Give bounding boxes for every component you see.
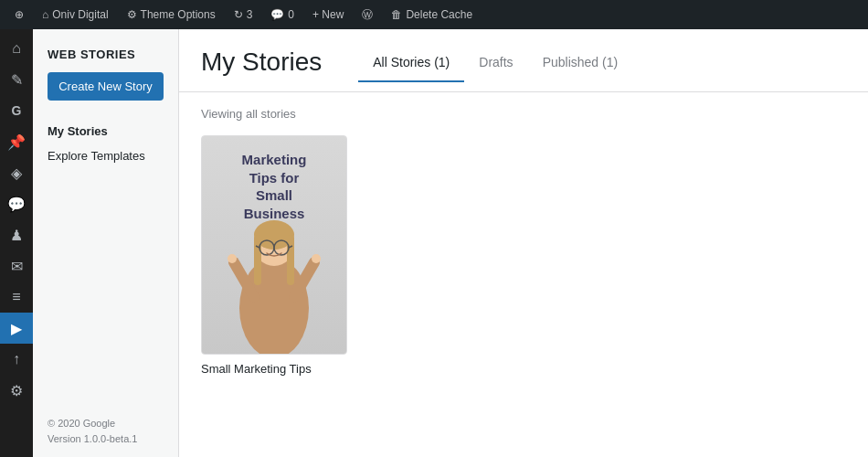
page-title: My Stories — [201, 48, 322, 91]
svg-point-13 — [312, 254, 321, 263]
sidebar-item-my-stories[interactable]: My Stories — [33, 119, 178, 143]
sidebar-icon-upload[interactable]: ↑ — [0, 344, 33, 375]
updates-icon: ↻ — [234, 8, 243, 21]
home-icon: ⌂ — [42, 8, 48, 21]
icon-sidebar: ⌂ ✎ G 📌 ◈ 💬 ♟ ✉ ≡ ▶ ↑ ⚙ — [0, 29, 33, 457]
mail-icon: ✉ — [11, 258, 23, 275]
admin-bar-wp[interactable]: ⊕ — [7, 0, 31, 29]
main-content: My Stories All Stories (1) Drafts Publis… — [179, 29, 868, 457]
admin-bar-new[interactable]: + New — [305, 0, 351, 29]
posts-icon: ✎ — [11, 71, 23, 89]
svg-rect-3 — [254, 235, 261, 285]
dashboard-icon: ⌂ — [12, 40, 21, 57]
svg-point-11 — [228, 254, 237, 263]
sidebar-icon-mail[interactable]: ✉ — [0, 250, 33, 282]
media-icon: ◈ — [11, 165, 22, 182]
sidebar-icon-dashboard[interactable]: ⌂ — [0, 33, 33, 64]
admin-bar-wp2[interactable]: Ⓦ — [355, 0, 380, 29]
footer-version: Version 1.0.0-beta.1 — [48, 431, 164, 447]
main-layout: ⌂ ✎ G 📌 ◈ 💬 ♟ ✉ ≡ ▶ ↑ ⚙ WEB STORIES Crea… — [0, 29, 868, 457]
tab-all-stories[interactable]: All Stories (1) — [358, 48, 464, 82]
puzzle-icon: ♟ — [10, 227, 23, 244]
story-card[interactable]: Marketing Tips for Small Business — [201, 135, 347, 376]
tab-published[interactable]: Published (1) — [528, 48, 633, 82]
story-thumbnail-inner: Marketing Tips for Small Business — [202, 136, 346, 354]
extra-icon: ⚙ — [10, 382, 23, 399]
story-thumbnail: Marketing Tips for Small Business — [201, 135, 347, 355]
admin-bar-comments[interactable]: 💬 0 — [263, 0, 302, 29]
sidebar-icon-g[interactable]: G — [0, 95, 33, 126]
viewing-text: Viewing all stories — [201, 107, 846, 121]
svg-point-0 — [239, 258, 309, 354]
footer-copyright: © 2020 Google — [48, 416, 164, 431]
card-heading-line3: Small — [213, 186, 335, 205]
stories-icon: ▶ — [11, 320, 22, 337]
sidebar-icon-extra[interactable]: ⚙ — [0, 375, 33, 406]
sidebar-icon-comment[interactable]: 💬 — [0, 188, 33, 219]
sidebar-title: WEB STORIES — [33, 29, 178, 72]
wp-sidebar: WEB STORIES Create New Story My Stories … — [33, 29, 179, 457]
pin-icon: 📌 — [7, 133, 26, 151]
content-header: My Stories All Stories (1) Drafts Publis… — [179, 29, 868, 92]
list-icon: ≡ — [12, 289, 20, 305]
sidebar-icon-pin[interactable]: 📌 — [0, 126, 33, 157]
card-heading-line2: Tips for — [213, 169, 335, 187]
comment-icon: 💬 — [7, 196, 26, 213]
story-card-heading: Marketing Tips for Small Business — [202, 151, 346, 222]
card-heading-line4: Business — [213, 205, 335, 223]
story-grid: Marketing Tips for Small Business — [201, 135, 846, 376]
admin-bar-updates[interactable]: ↻ 3 — [227, 0, 260, 29]
sidebar-icon-stories[interactable]: ▶ — [0, 313, 33, 344]
sidebar-nav: My Stories Explore Templates — [33, 115, 178, 405]
sidebar-item-explore-templates[interactable]: Explore Templates — [33, 143, 178, 168]
admin-bar: ⊕ ⌂ Oniv Digital ⚙ Theme Options ↻ 3 💬 0… — [0, 0, 868, 29]
comment-icon: 💬 — [270, 8, 284, 21]
svg-rect-4 — [287, 235, 294, 285]
content-body: Viewing all stories Marketing Tips for S… — [179, 92, 868, 457]
delete-cache-icon: 🗑 — [391, 8, 402, 21]
wp-logo-icon: ⊕ — [15, 8, 24, 21]
admin-bar-delete-cache[interactable]: 🗑 Delete Cache — [384, 0, 480, 29]
tabs: All Stories (1) Drafts Published (1) — [358, 48, 632, 82]
gear-icon: ⚙ — [127, 8, 137, 21]
admin-bar-site-name[interactable]: ⌂ Oniv Digital — [35, 0, 116, 29]
tab-drafts[interactable]: Drafts — [464, 48, 527, 82]
sidebar-icon-media[interactable]: ◈ — [0, 157, 33, 188]
admin-bar-theme-options[interactable]: ⚙ Theme Options — [120, 0, 223, 29]
card-heading-line1: Marketing — [213, 151, 335, 169]
create-new-story-button[interactable]: Create New Story — [48, 72, 164, 101]
sidebar-icon-puzzle[interactable]: ♟ — [0, 219, 33, 250]
sidebar-icon-posts[interactable]: ✎ — [0, 64, 33, 95]
sidebar-footer: © 2020 Google Version 1.0.0-beta.1 — [33, 405, 178, 457]
g-icon: G — [12, 103, 22, 118]
upload-icon: ↑ — [13, 351, 20, 367]
sidebar-icon-list[interactable]: ≡ — [0, 282, 33, 313]
wp-w-icon: Ⓦ — [362, 7, 373, 23]
story-card-title: Small Marketing Tips — [201, 362, 347, 376]
